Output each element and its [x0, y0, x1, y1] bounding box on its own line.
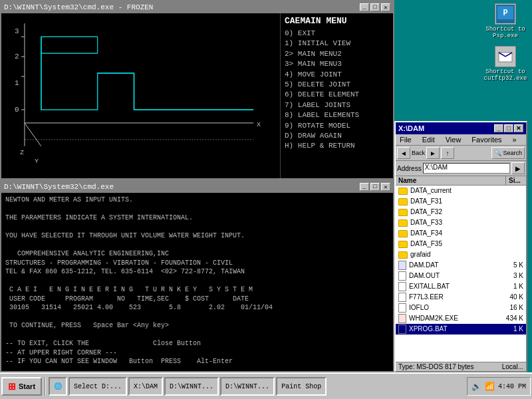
cmd-line-3: YOU HAVE SELECTED IT THROUGH UNIT VOLUME… — [5, 231, 389, 241]
fe-address-value: X:\DAM — [425, 164, 448, 171]
fe-item-size: 1 K — [500, 282, 523, 291]
file-icon — [398, 261, 406, 270]
fe-status-local: Local... — [502, 363, 523, 370]
cmd-frozen-title-buttons: _ □ ✕ — [360, 3, 390, 11]
taskbar-btn-xdam[interactable]: X:\DAM — [128, 377, 163, 396]
taskbar-btn-winnt1-label: D:\WINNT... — [170, 383, 213, 390]
fe-forward-btn[interactable]: ► — [426, 147, 440, 159]
cmd-line-10: TO CONTINUE, PRESS Space Bar <Any key> — [5, 321, 389, 331]
start-logo: ⊞ — [8, 381, 16, 392]
fe-item-data-f35[interactable]: DATA_F35 — [396, 239, 526, 249]
fe-column-header: Name Si... — [396, 176, 526, 186]
cae-menu-item-3: 3> MAIN MENU3 — [285, 59, 389, 69]
file-icon — [398, 325, 406, 334]
fe-file-list[interactable]: DATA_current DATA_F31 DATA_F32 DATA_F33 … — [396, 186, 526, 362]
fe-menu-more[interactable]: » — [510, 135, 519, 144]
cmd-frozen-title: D:\WINNT\System32\cmd.exe - FROZEN — [4, 3, 153, 11]
cmd-line-4: COMPREHENSIVE ANALYTIC ENGINEERING,INC — [5, 249, 389, 259]
fe-item-f77l3[interactable]: F77L3.EER 40 K — [396, 292, 526, 303]
cmd-frozen-content: 3 2 1 0 Z Y X — [1, 13, 393, 178]
cmd-frozen-minimize-btn[interactable]: _ — [360, 3, 369, 11]
fe-address-bar: Address X:\DAM ▶ — [396, 161, 526, 176]
taskbar-btn-select[interactable]: Select D:... — [68, 377, 127, 396]
fe-item-name: WHDAM2K.EXE — [409, 314, 497, 323]
folder-icon — [398, 241, 408, 248]
fe-item-whdam2k[interactable]: WHDAM2K.EXE 434 K — [396, 313, 526, 324]
cutftp-icon-label: Shortcut to cutftp32.exe — [481, 68, 529, 82]
desktop-icon-psp[interactable]: P Shortcut to Psp.exe — [481, 3, 529, 39]
fe-item-name: XPROG.BAT — [409, 325, 497, 334]
cmd-line-blank-1 — [5, 205, 389, 214]
cmd-main-maximize-btn[interactable]: □ — [370, 183, 380, 191]
taskbar-btn-paintshop[interactable]: Paint Shop — [276, 377, 327, 396]
fe-item-grafaid[interactable]: grafaid — [396, 249, 526, 260]
desktop-icon-cutftp[interactable]: Shortcut to cutftp32.exe — [481, 46, 529, 82]
fe-maximize-btn[interactable]: □ — [504, 124, 513, 132]
fe-item-name: F77L3.EER — [409, 293, 497, 302]
psp-icon-label: Shortcut to Psp.exe — [481, 26, 529, 39]
svg-text:X: X — [257, 121, 261, 128]
fe-item-size: 434 K — [500, 314, 523, 323]
cmd-main-minimize-btn[interactable]: _ — [360, 183, 369, 191]
fe-close-btn[interactable]: ✕ — [514, 124, 523, 132]
taskbar-btn-winnt1[interactable]: D:\WINNT... — [164, 377, 219, 396]
fe-menubar: File Edit View Favorites » — [396, 134, 526, 146]
folder-icon — [398, 198, 408, 205]
taskbar-divider — [45, 377, 46, 396]
cmd-frozen-maximize-btn[interactable]: □ — [370, 3, 380, 11]
cmd-line-11: -- TO EXIT, CLICK THE Close Button — [5, 339, 389, 348]
taskbar-btn-paintshop-label: Paint Shop — [281, 383, 321, 390]
svg-rect-5 — [1, 13, 280, 178]
cae-menu-item-6: 6) DELETE ELEMENT — [285, 90, 389, 100]
cmd-line-9: 30105 31514 25021 4.00 523 5.8 2.02 01/1… — [5, 303, 389, 313]
fe-minimize-btn[interactable]: _ — [494, 124, 503, 132]
fe-up-btn[interactable]: ↑ — [441, 147, 454, 159]
fe-col-name: Name — [396, 176, 506, 185]
fe-back-label: Back — [412, 150, 425, 156]
fe-item-name: DATA_F35 — [410, 239, 523, 249]
fe-item-exitall[interactable]: EXITALL.BAT 1 K — [396, 281, 526, 292]
fe-search-btn[interactable]: 🔍 Search — [491, 147, 525, 159]
cmd-frozen-window: D:\WINNT\System32\cmd.exe - FROZEN _ □ ✕… — [0, 0, 394, 180]
fe-toolbar: ◄ Back ► ↑ 🔍 Search — [396, 146, 526, 161]
fe-menu-file[interactable]: File — [397, 135, 414, 144]
fe-menu-view[interactable]: View — [443, 135, 464, 144]
start-button[interactable]: ⊞ Start — [1, 377, 42, 396]
fe-item-dam-dat[interactable]: DAM.DAT 5 K — [396, 260, 526, 271]
fe-address-input[interactable]: X:\DAM — [423, 163, 510, 174]
fe-item-data-f31[interactable]: DATA_F31 — [396, 196, 526, 207]
taskbar-btn-ie[interactable]: 🌐 — [49, 377, 67, 396]
fe-back-btn[interactable]: ◄ — [397, 147, 410, 159]
fe-item-ioflo[interactable]: IOFLO 16 K — [396, 303, 526, 313]
cmd-line-blank-6 — [5, 331, 389, 340]
fe-item-dam-out[interactable]: DAM.OUT 3 K — [396, 271, 526, 281]
fe-item-data-f34[interactable]: DATA_F34 — [396, 228, 526, 239]
cmd-line-5: STRUCTURES - PROGRAMMING - VIBRATION - F… — [5, 259, 389, 268]
fe-item-data-f32[interactable]: DATA_F32 — [396, 207, 526, 217]
taskbar-btn-winnt2[interactable]: D:\WINNT... — [220, 377, 275, 396]
fe-address-go-btn[interactable]: ▶ — [511, 162, 525, 174]
svg-text:2: 2 — [15, 53, 19, 61]
ie-icon: 🌐 — [54, 382, 62, 390]
cutftp-icon — [495, 46, 516, 67]
fe-item-name: DATA_F33 — [410, 218, 523, 227]
fe-menu-favorites[interactable]: Favorites — [469, 135, 504, 144]
cae-menu-item-4: 4) MOVE JOINT — [285, 70, 389, 80]
cmd-frozen-close-btn[interactable]: ✕ — [381, 3, 390, 11]
svg-text:3: 3 — [15, 27, 19, 35]
taskbar-btn-xdam-label: X:\DAM — [134, 383, 158, 390]
cae-menu-item-0: 0) EXIT — [285, 29, 389, 39]
cae-menu-item-8: 8) LABEL ELEMENTS — [285, 110, 389, 120]
fe-item-name: grafaid — [410, 250, 523, 259]
fe-item-data-current[interactable]: DATA_current — [396, 186, 526, 196]
fe-menu-edit[interactable]: Edit — [420, 135, 438, 144]
fe-item-data-f33[interactable]: DATA_F33 — [396, 217, 526, 228]
fe-statusbar: Type: MS-DOS 817 bytes Local... — [396, 362, 526, 371]
svg-text:1: 1 — [15, 79, 19, 87]
cmd-line-6: TEL & FAX 860 635-1212, TEL. 635-6114 <0… — [5, 267, 389, 277]
desktop: P Shortcut to Psp.exe Shortcut to cutftp… — [0, 0, 532, 372]
fe-item-xprog[interactable]: XPROG.BAT 1 K — [396, 324, 526, 334]
cmd-main-close-btn[interactable]: ✕ — [381, 183, 390, 191]
folder-icon — [398, 209, 408, 216]
svg-text:Z: Z — [20, 149, 24, 156]
